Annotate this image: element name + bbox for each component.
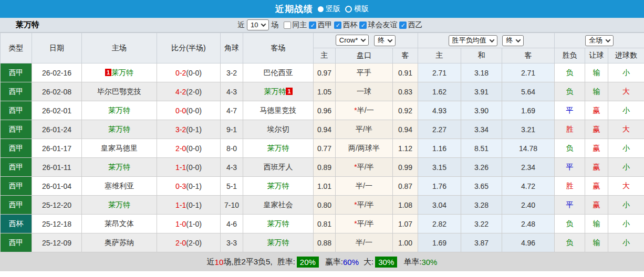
score-cell: 1-1(0-1) [157,196,221,215]
goals-cell: 大 [608,82,644,101]
avg-odds-away-cell: 4.96 [502,233,555,252]
odds-time-select[interactable]: 终 [502,35,524,46]
handicap-odds-home-cell: 0.88 [314,233,336,252]
filter-controls: 近 10 场 同主 ✓ 西甲 ✓ 西杯 ✓ 球会友谊 ✓ 西乙 [237,19,422,30]
avg-odds-away-cell: 2.40 [502,196,555,215]
col-score: 比分(半场) [157,33,221,63]
handicap-line-cell: 平手 [336,63,393,82]
same-home-label: 同主 [292,20,307,30]
goals-cell: 大 [608,177,644,196]
handicap-time-select[interactable]: 终 [374,35,396,46]
away-team-cell: 皇家社会 [243,196,314,215]
avg-odds-home-cell: 4.93 [418,101,461,120]
games-label: 场 [271,20,278,30]
team-name: 莱万特 [267,144,289,152]
league-type-cell: 西甲 [1,196,32,215]
match-count-value: 10 [251,21,258,29]
date-cell: 25-12-18 [32,215,82,233]
layout-option-vertical[interactable]: 竖版 [318,4,340,14]
goals-cell: 小 [608,196,644,215]
odds-avg-select[interactable]: 胜平负均值 [449,35,497,46]
checkbox-checked-icon[interactable]: ✓ [309,22,316,29]
result-cell: 平 [555,196,585,215]
match-count-select[interactable]: 10 [247,19,269,30]
table-header: 类型 日期 主场 比分(半场) 角球 客场 Crow* 终 胜平负均值 [1,33,644,63]
team-name: 莱万特 [264,87,286,95]
col-corner: 角球 [221,33,243,63]
bookmaker-select[interactable]: Crow* [336,35,369,46]
result-cell: 胜 [555,177,585,196]
league-type-cell: 西杯 [1,215,32,233]
cover-rate-label: 赢率: [325,257,343,267]
score-cell: 0-2(0-0) [157,63,221,82]
avg-odds-draw-cell: 3.91 [461,82,502,101]
odds-avg-group-header: 胜平负均值 终 [418,33,555,48]
league-filter-laliga-label: 西甲 [317,20,332,30]
avg-odds-draw-cell: 3.22 [461,215,502,233]
league-type-cell: 西甲 [1,233,32,252]
away-team-cell: 莱万特1 [243,82,314,101]
date-cell: 26-01-04 [32,177,82,196]
checkbox-unchecked-icon[interactable] [284,22,291,29]
league-filter-laliga[interactable]: ✓ 西甲 [309,20,332,30]
big-label: 大: [363,257,373,267]
layout-option-horizontal[interactable]: 横版 [345,4,369,14]
same-home-filter[interactable]: 同主 [284,20,307,30]
handicap-odds-away-cell: 0.87 [393,177,418,196]
col-away: 客场 [243,33,314,63]
subcol-handicap-result: 让球 [585,48,608,63]
summary-count: 10 [215,258,224,267]
subcol-result: 胜负 [555,48,585,63]
avg-odds-draw-cell: 3.18 [461,63,502,82]
league-filter-segunda[interactable]: ✓ 西乙 [399,20,422,30]
checkbox-checked-icon[interactable]: ✓ [359,22,367,29]
match-row: 西甲25-12-09奥萨苏纳2-0(2-0)3-3莱万特0.88半/一1.001… [1,233,644,252]
date-cell: 25-12-20 [32,196,82,215]
subcol-handicap-line: 盘口 [336,48,393,63]
cover-rate-value: 60% [343,258,359,267]
score-cell: 4-2(2-0) [157,82,221,101]
away-team-cell: 西班牙人 [243,158,314,177]
match-row: 西甲26-01-24莱万特3-2(0-1)9-1埃尔切0.94平/半0.942.… [1,120,644,139]
date-cell: 26-01-24 [32,120,82,139]
radio-unchecked-icon[interactable] [345,6,352,13]
handicap-odds-away-cell: 1.07 [393,215,418,233]
league-filter-friendly[interactable]: ✓ 球会友谊 [359,20,397,30]
league-type-cell: 西甲 [1,120,32,139]
odds-avg-select-value: 胜平负均值 [452,36,486,45]
handicap-time-select-value: 终 [378,36,385,45]
handicap-result-cell: 赢 [585,158,608,177]
home-team-cell: 奥萨苏纳 [82,233,157,252]
handicap-odds-home-cell: 1.01 [314,177,336,196]
team-name: 皇家社会 [264,200,293,209]
radio-checked-icon[interactable] [318,6,324,12]
scope-group-header: 全场 [555,33,644,48]
handicap-odds-home-cell: 0.96 [314,101,336,120]
avg-odds-away-cell: 14.78 [502,139,555,158]
handicap-odds-away-cell: 0.83 [393,82,418,101]
corner-cell: 5-1 [221,177,243,196]
near-label: 近 [237,20,245,30]
scope-select[interactable]: 全场 [585,35,614,46]
match-row: 西甲26-01-17皇家马德里2-0(0-0)8-0莱万特0.77两/两球半1.… [1,139,644,158]
away-team-cell: 莱万特 [243,177,314,196]
league-type-cell: 西甲 [1,82,32,101]
big-rate-badge: 30% [375,257,397,268]
avg-odds-draw-cell: 3.90 [461,101,502,120]
handicap-line-cell: 两/两球半 [336,139,393,158]
corner-cell: 3-3 [221,233,243,252]
match-row: 西甲26-02-161莱万特0-2(0-0)3-2巴伦西亚0.97平手0.912… [1,63,644,82]
checkbox-checked-icon[interactable]: ✓ [399,22,407,29]
avg-odds-home-cell: 2.27 [418,120,461,139]
chevron-down-icon [388,37,393,42]
avg-odds-draw-cell: 3.28 [461,196,502,215]
checkbox-checked-icon[interactable]: ✓ [334,22,341,29]
result-cell: 胜 [555,120,585,139]
avg-odds-home-cell: 1.62 [418,82,461,101]
home-team-cell: 莱万特 [82,120,157,139]
league-filter-copa[interactable]: ✓ 西杯 [334,20,357,30]
team-name: 莱万特 [111,68,133,77]
date-cell: 26-02-16 [32,63,82,82]
handicap-result-cell: 输 [585,82,608,101]
avg-odds-home-cell: 1.69 [418,233,461,252]
